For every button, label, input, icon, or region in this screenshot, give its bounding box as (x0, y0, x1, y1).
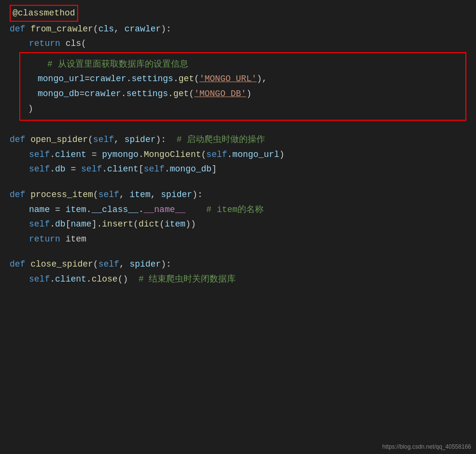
mongo-url-line: mongo_url=crawler.settings.get('MONGO_UR… (28, 71, 458, 86)
comment-settings: # 从设置里面获取数据库的设置信息 (28, 57, 458, 72)
client-line: self.client = pymongo.MongoClient(self.m… (10, 147, 466, 162)
decorator-line: @classmethod (10, 5, 466, 22)
red-highlighted-box: # 从设置里面获取数据库的设置信息 mongo_url=crawler.sett… (19, 52, 466, 121)
name-line: name = item.__class__.__name__ # item的名称 (10, 202, 466, 217)
spacer2 (10, 177, 466, 187)
close-client-line: self.client.close() # 结束爬虫时关闭数据库 (10, 272, 466, 287)
kw-def: def (10, 22, 30, 37)
close-spider-def: def close_spider(self, spider): (10, 257, 466, 272)
from-crawler-def: def from_crawler(cls, crawler): (10, 22, 466, 37)
watermark: https://blog.csdn.net/qq_40558166 (382, 443, 471, 450)
insert-line: self.db[name].insert(dict(item)) (10, 217, 466, 232)
process-item-def: def process_item(self, item, spider): (10, 187, 466, 202)
open-spider-def: def open_spider(self, spider): # 启动爬虫时做的… (10, 132, 466, 147)
mongo-db-line: mongo_db=crawler.settings.get('MONGO_DB'… (28, 86, 458, 101)
spacer1 (10, 122, 466, 132)
close-paren: ) (28, 101, 458, 116)
return-item: return item (10, 232, 466, 247)
return-cls: return cls( (10, 36, 466, 51)
db-line: self.db = self.client[self.mongo_db] (10, 162, 466, 177)
decorator-box-span: @classmethod (10, 5, 78, 22)
code-block: @classmethod def from_crawler(cls, crawl… (0, 0, 476, 292)
fn-from-crawler: from_crawler (30, 22, 93, 37)
spacer3 (10, 246, 466, 257)
